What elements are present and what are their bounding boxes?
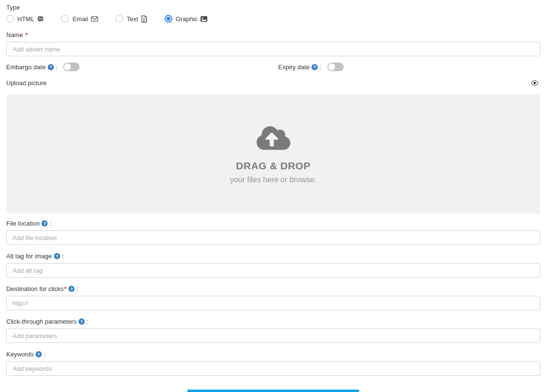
required-asterisk: *	[26, 31, 28, 38]
eye-icon[interactable]	[531, 80, 540, 86]
help-icon[interactable]: ?	[311, 64, 318, 70]
type-radio-group: HTML Email Text	[6, 15, 540, 23]
help-icon[interactable]: ?	[41, 220, 48, 227]
cloud-upload-icon	[256, 125, 291, 153]
file-location-label: File location ? :	[6, 220, 52, 227]
advert-form: Type HTML Email Text	[0, 0, 545, 392]
type-label: Type	[6, 4, 20, 11]
click-params-label: Click-through parameters ? :	[6, 318, 89, 325]
radio-type-email[interactable]: Email	[61, 15, 98, 23]
globe-icon	[37, 15, 44, 22]
radio-type-text[interactable]: Text	[116, 15, 147, 23]
destination-label-text: Destination for clicks*	[6, 285, 66, 292]
embargo-date-group: Embargo date ? :	[6, 63, 278, 71]
radio-label: Email	[72, 15, 88, 23]
click-params-input[interactable]	[6, 329, 540, 343]
file-location-input[interactable]	[6, 230, 540, 245]
radio-circle[interactable]	[165, 15, 172, 23]
radio-label: Graphic	[176, 15, 198, 23]
name-label-text: Name	[6, 31, 23, 38]
save-row: SAVE	[6, 390, 540, 392]
embargo-date-label: Embargo date ? :	[6, 63, 57, 71]
dropzone[interactable]: DRAG & DROP your files here or browse.	[6, 95, 540, 214]
keywords-label: Keywords ? :	[6, 351, 46, 358]
help-icon[interactable]: ?	[54, 253, 60, 259]
alt-tag-label: Alt tag for image ? :	[6, 253, 64, 260]
radio-type-html[interactable]: HTML	[6, 15, 44, 23]
toggle-knob	[64, 63, 71, 70]
image-icon	[200, 16, 208, 22]
help-icon[interactable]: ?	[36, 351, 42, 357]
alt-tag-input[interactable]	[6, 263, 540, 278]
dropzone-subtitle: your files here or browse.	[230, 176, 317, 184]
radio-label: Text	[127, 15, 138, 23]
keywords-input[interactable]	[6, 361, 540, 376]
upload-picture-label: Upload picture	[6, 79, 47, 87]
dropzone-title: DRAG & DROP	[236, 160, 311, 172]
name-input[interactable]	[6, 42, 540, 56]
embargo-date-toggle[interactable]	[63, 63, 79, 71]
required-asterisk: *	[64, 285, 66, 292]
radio-circle[interactable]	[61, 15, 69, 23]
radio-type-graphic[interactable]: Graphic	[165, 15, 208, 23]
destination-input[interactable]	[6, 296, 540, 310]
expiry-date-group: Expiry date ? :	[278, 63, 344, 71]
radio-circle[interactable]	[6, 15, 14, 23]
expiry-date-label: Expiry date ? :	[278, 63, 322, 71]
help-icon[interactable]: ?	[78, 318, 85, 325]
name-label: Name*	[6, 31, 28, 38]
toggle-knob	[328, 63, 335, 70]
upload-header: Upload picture	[6, 79, 540, 87]
document-icon	[141, 15, 147, 23]
save-button[interactable]: SAVE	[187, 390, 359, 392]
date-toggles-row: Embargo date ? : Expiry date ? :	[6, 63, 540, 71]
help-icon[interactable]: ?	[48, 64, 54, 70]
radio-label: HTML	[17, 15, 34, 23]
help-icon[interactable]: ?	[68, 286, 75, 292]
expiry-date-toggle[interactable]	[327, 63, 344, 71]
destination-label: Destination for clicks* ? :	[6, 285, 78, 292]
envelope-icon	[91, 16, 98, 22]
radio-circle[interactable]	[116, 15, 123, 23]
